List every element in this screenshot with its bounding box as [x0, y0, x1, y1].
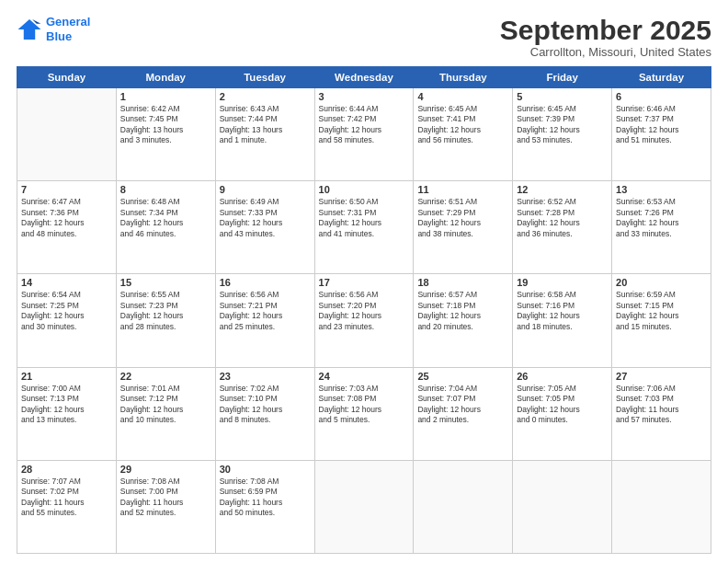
table-row: [414, 460, 513, 553]
day-info: Sunrise: 7:03 AMSunset: 7:08 PMDaylight:…: [319, 384, 410, 426]
calendar-week-2: 14Sunrise: 6:54 AMSunset: 7:25 PMDayligh…: [17, 274, 711, 367]
table-row: 14Sunrise: 6:54 AMSunset: 7:25 PMDayligh…: [17, 274, 117, 367]
table-row: 24Sunrise: 7:03 AMSunset: 7:08 PMDayligh…: [314, 367, 414, 460]
col-wednesday: Wednesday: [314, 67, 414, 88]
day-info: Sunrise: 7:02 AMSunset: 7:10 PMDaylight:…: [220, 384, 311, 426]
table-row: 19Sunrise: 6:58 AMSunset: 7:16 PMDayligh…: [513, 274, 612, 367]
day-number: 19: [517, 277, 608, 288]
day-number: 14: [21, 277, 112, 288]
day-number: 9: [220, 184, 311, 195]
day-info: Sunrise: 6:48 AMSunset: 7:34 PMDaylight:…: [120, 197, 211, 239]
day-info: Sunrise: 6:51 AMSunset: 7:29 PMDaylight:…: [417, 197, 508, 239]
day-number: 2: [220, 91, 311, 102]
day-info: Sunrise: 6:56 AMSunset: 7:21 PMDaylight:…: [220, 290, 311, 332]
table-row: 12Sunrise: 6:52 AMSunset: 7:28 PMDayligh…: [513, 181, 612, 274]
day-number: 5: [517, 91, 608, 102]
day-info: Sunrise: 6:55 AMSunset: 7:23 PMDaylight:…: [120, 290, 211, 332]
calendar-table: Sunday Monday Tuesday Wednesday Thursday…: [17, 66, 711, 554]
table-row: 29Sunrise: 7:08 AMSunset: 7:00 PMDayligh…: [116, 460, 215, 553]
col-tuesday: Tuesday: [215, 67, 314, 88]
logo: General Blue: [17, 15, 90, 43]
table-row: 4Sunrise: 6:45 AMSunset: 7:41 PMDaylight…: [414, 88, 513, 181]
day-info: Sunrise: 7:00 AMSunset: 7:13 PMDaylight:…: [21, 384, 112, 426]
table-row: 2Sunrise: 6:43 AMSunset: 7:44 PMDaylight…: [215, 88, 314, 181]
day-number: 25: [417, 371, 508, 382]
col-thursday: Thursday: [414, 67, 513, 88]
table-row: 9Sunrise: 6:49 AMSunset: 7:33 PMDaylight…: [215, 181, 314, 274]
table-row: 30Sunrise: 7:08 AMSunset: 6:59 PMDayligh…: [215, 460, 314, 553]
table-row: 22Sunrise: 7:01 AMSunset: 7:12 PMDayligh…: [116, 367, 215, 460]
day-info: Sunrise: 6:47 AMSunset: 7:36 PMDaylight:…: [21, 197, 112, 239]
table-row: 11Sunrise: 6:51 AMSunset: 7:29 PMDayligh…: [414, 181, 513, 274]
table-row: [513, 460, 612, 553]
table-row: [314, 460, 414, 553]
table-row: 20Sunrise: 6:59 AMSunset: 7:15 PMDayligh…: [612, 274, 711, 367]
table-row: 25Sunrise: 7:04 AMSunset: 7:07 PMDayligh…: [414, 367, 513, 460]
table-row: 6Sunrise: 6:46 AMSunset: 7:37 PMDaylight…: [612, 88, 711, 181]
table-row: 17Sunrise: 6:56 AMSunset: 7:20 PMDayligh…: [314, 274, 414, 367]
day-number: 28: [21, 464, 112, 475]
day-info: Sunrise: 6:44 AMSunset: 7:42 PMDaylight:…: [319, 104, 410, 146]
table-row: 15Sunrise: 6:55 AMSunset: 7:23 PMDayligh…: [116, 274, 215, 367]
day-info: Sunrise: 7:04 AMSunset: 7:07 PMDaylight:…: [417, 384, 508, 426]
day-number: 6: [616, 91, 707, 102]
day-info: Sunrise: 7:08 AMSunset: 7:00 PMDaylight:…: [120, 477, 211, 519]
day-info: Sunrise: 6:57 AMSunset: 7:18 PMDaylight:…: [417, 290, 508, 332]
table-row: 5Sunrise: 6:45 AMSunset: 7:39 PMDaylight…: [513, 88, 612, 181]
day-info: Sunrise: 6:50 AMSunset: 7:31 PMDaylight:…: [319, 197, 410, 239]
day-number: 16: [220, 277, 311, 288]
day-number: 27: [616, 371, 707, 382]
day-info: Sunrise: 6:59 AMSunset: 7:15 PMDaylight:…: [616, 290, 707, 332]
day-number: 18: [417, 277, 508, 288]
table-row: 7Sunrise: 6:47 AMSunset: 7:36 PMDaylight…: [17, 181, 117, 274]
day-info: Sunrise: 6:56 AMSunset: 7:20 PMDaylight:…: [319, 290, 410, 332]
month-title: September 2025: [500, 15, 711, 45]
table-row: 16Sunrise: 6:56 AMSunset: 7:21 PMDayligh…: [215, 274, 314, 367]
day-number: 20: [616, 277, 707, 288]
day-info: Sunrise: 6:45 AMSunset: 7:39 PMDaylight:…: [517, 104, 608, 146]
table-row: 13Sunrise: 6:53 AMSunset: 7:26 PMDayligh…: [612, 181, 711, 274]
day-info: Sunrise: 6:52 AMSunset: 7:28 PMDaylight:…: [517, 197, 608, 239]
day-number: 29: [120, 464, 211, 475]
header: General Blue September 2025 Carrollton, …: [17, 15, 711, 59]
day-info: Sunrise: 7:08 AMSunset: 6:59 PMDaylight:…: [220, 477, 311, 519]
day-info: Sunrise: 6:46 AMSunset: 7:37 PMDaylight:…: [616, 104, 707, 146]
day-number: 7: [21, 184, 112, 195]
day-info: Sunrise: 6:53 AMSunset: 7:26 PMDaylight:…: [616, 197, 707, 239]
col-monday: Monday: [116, 67, 215, 88]
table-row: 1Sunrise: 6:42 AMSunset: 7:45 PMDaylight…: [116, 88, 215, 181]
day-number: 13: [616, 184, 707, 195]
day-number: 17: [319, 277, 410, 288]
col-saturday: Saturday: [612, 67, 711, 88]
logo-icon: [17, 17, 42, 42]
title-block: September 2025 Carrollton, Missouri, Uni…: [500, 15, 711, 59]
table-row: [17, 88, 117, 181]
day-number: 30: [220, 464, 311, 475]
calendar-week-3: 21Sunrise: 7:00 AMSunset: 7:13 PMDayligh…: [17, 367, 711, 460]
day-number: 24: [319, 371, 410, 382]
day-number: 22: [120, 371, 211, 382]
day-info: Sunrise: 6:43 AMSunset: 7:44 PMDaylight:…: [220, 104, 311, 146]
logo-general: General: [46, 15, 90, 29]
day-info: Sunrise: 6:54 AMSunset: 7:25 PMDaylight:…: [21, 290, 112, 332]
table-row: 28Sunrise: 7:07 AMSunset: 7:02 PMDayligh…: [17, 460, 117, 553]
calendar-week-1: 7Sunrise: 6:47 AMSunset: 7:36 PMDaylight…: [17, 181, 711, 274]
table-row: 21Sunrise: 7:00 AMSunset: 7:13 PMDayligh…: [17, 367, 117, 460]
logo-blue: Blue: [46, 29, 72, 43]
logo-text: General Blue: [46, 15, 90, 43]
day-number: 3: [319, 91, 410, 102]
day-info: Sunrise: 7:07 AMSunset: 7:02 PMDaylight:…: [21, 477, 112, 519]
day-number: 23: [220, 371, 311, 382]
day-info: Sunrise: 6:45 AMSunset: 7:41 PMDaylight:…: [417, 104, 508, 146]
table-row: 27Sunrise: 7:06 AMSunset: 7:03 PMDayligh…: [612, 367, 711, 460]
location: Carrollton, Missouri, United States: [500, 45, 711, 59]
table-row: 3Sunrise: 6:44 AMSunset: 7:42 PMDaylight…: [314, 88, 414, 181]
table-row: 26Sunrise: 7:05 AMSunset: 7:05 PMDayligh…: [513, 367, 612, 460]
day-info: Sunrise: 7:06 AMSunset: 7:03 PMDaylight:…: [616, 384, 707, 426]
day-number: 1: [120, 91, 211, 102]
day-info: Sunrise: 6:58 AMSunset: 7:16 PMDaylight:…: [517, 290, 608, 332]
day-number: 10: [319, 184, 410, 195]
page: General Blue September 2025 Carrollton, …: [0, 0, 728, 563]
calendar-week-0: 1Sunrise: 6:42 AMSunset: 7:45 PMDaylight…: [17, 88, 711, 181]
day-number: 15: [120, 277, 211, 288]
